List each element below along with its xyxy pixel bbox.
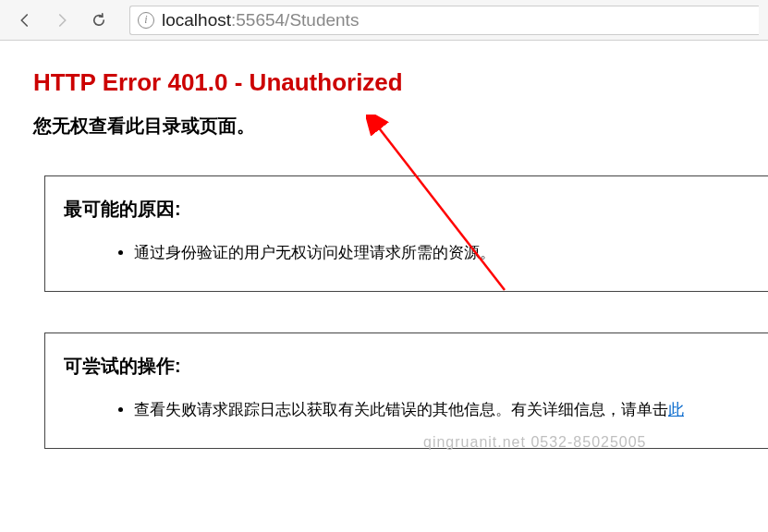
info-icon[interactable]: i (138, 12, 154, 29)
list-item: 通过身份验证的用户无权访问处理请求所需的资源。 (134, 240, 768, 265)
actions-section: 可尝试的操作: 查看失败请求跟踪日志以获取有关此错误的其他信息。有关详细信息，请… (44, 332, 768, 449)
list-item: 查看失败请求跟踪日志以获取有关此错误的其他信息。有关详细信息，请单击此 (134, 397, 768, 422)
arrow-right-icon (54, 12, 70, 29)
actions-title: 可尝试的操作: (64, 354, 768, 379)
causes-title: 最可能的原因: (64, 197, 768, 222)
reload-icon (91, 12, 107, 29)
address-bar[interactable]: i localhost:55654/Students (129, 6, 759, 35)
forward-button[interactable] (46, 6, 78, 34)
browser-toolbar: i localhost:55654/Students (0, 0, 768, 41)
causes-list: 通过身份验证的用户无权访问处理请求所需的资源。 (64, 240, 768, 265)
url-host: localhost (162, 10, 231, 30)
back-button[interactable] (9, 6, 41, 34)
causes-section: 最可能的原因: 通过身份验证的用户无权访问处理请求所需的资源。 (44, 175, 768, 292)
error-title: HTTP Error 401.0 - Unauthorized (33, 68, 768, 97)
arrow-left-icon (17, 12, 33, 29)
error-subtitle: 您无权查看此目录或页面。 (33, 114, 768, 139)
url-text: localhost:55654/Students (162, 10, 359, 30)
url-path: :55654/Students (231, 10, 359, 30)
actions-list: 查看失败请求跟踪日志以获取有关此错误的其他信息。有关详细信息，请单击此 (64, 397, 768, 422)
reload-button[interactable] (83, 6, 115, 34)
details-link[interactable]: 此 (668, 401, 684, 418)
action-text: 查看失败请求跟踪日志以获取有关此错误的其他信息。有关详细信息，请单击 (134, 401, 668, 418)
error-page-content: HTTP Error 401.0 - Unauthorized 您无权查看此目录… (0, 41, 768, 449)
